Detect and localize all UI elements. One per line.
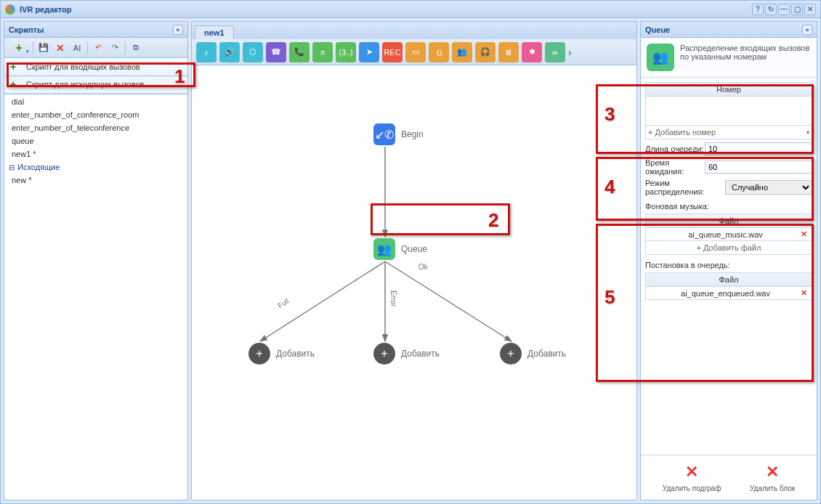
script-item[interactable]: new * <box>4 174 187 187</box>
plus-icon: + <box>10 78 22 90</box>
close-button[interactable]: ✕ <box>804 4 816 15</box>
tab-new1[interactable]: new1 <box>195 25 234 39</box>
editor-panel: new1 ♪🔊⬡☎📞≡(3..)➤REC▭⎙👥🎧🗎✹∞› ↙✆ Begin 👥 <box>191 21 637 500</box>
collapse-right-button[interactable]: » <box>802 25 812 35</box>
menu-outgoing-label: Скрипт для исходящих вызовов <box>26 80 144 89</box>
add-number-button[interactable]: +Добавить номер <box>645 126 812 139</box>
tab-bar: new1 <box>192 22 636 39</box>
add-script-menu: + Скрипт для входящих вызовов + Скрипт д… <box>4 57 188 94</box>
menu-incoming-label: Скрипт для входящих вызовов <box>26 62 140 71</box>
node-add-label: Добавить <box>401 349 440 359</box>
palette-block[interactable]: 🗎 <box>498 42 519 62</box>
delete-button[interactable]: ✕ <box>52 40 68 56</box>
node-begin-label: Begin <box>401 129 424 139</box>
collapse-left-button[interactable]: « <box>173 25 183 35</box>
scripts-title: Скрипты <box>9 25 44 34</box>
palette-block[interactable]: REC <box>382 42 403 62</box>
node-queue-label: Queue <box>401 244 427 254</box>
delete-icon: ✕ <box>766 463 779 481</box>
copy-button[interactable]: ⧉ <box>128 40 144 56</box>
node-begin[interactable]: ↙✆ Begin <box>373 123 424 145</box>
wait-input[interactable] <box>705 160 812 174</box>
enqueue-label: Постановка в очередь: <box>645 261 812 269</box>
maximize-button[interactable]: ▢ <box>791 4 803 15</box>
palette-block[interactable]: ∞ <box>545 42 565 62</box>
app-title: IVR редактор <box>20 5 72 14</box>
block-palette: ♪🔊⬡☎📞≡(3..)➤REC▭⎙👥🎧🗎✹∞› <box>192 39 636 65</box>
palette-block[interactable]: (3..) <box>336 42 356 62</box>
qlen-input[interactable] <box>705 142 812 155</box>
add-music-file-button[interactable]: +Добавить файл <box>645 241 812 255</box>
mode-select[interactable]: Случайно <box>725 180 812 195</box>
begin-icon: ↙✆ <box>373 123 395 145</box>
mode-label: Режим распределения: <box>645 179 725 196</box>
bgmusic-label: Фоновая музыка: <box>645 202 812 211</box>
node-add-3[interactable]: + Добавить <box>500 343 566 365</box>
music-file-row[interactable]: ai_queue_music.wav ✕ <box>645 228 812 241</box>
block-description: Распределение входящих вызовов по указан… <box>680 44 811 71</box>
palette-block[interactable]: 🎧 <box>475 42 496 62</box>
palette-block[interactable]: ⬡ <box>243 42 263 62</box>
node-add-1[interactable]: + Добавить <box>248 343 315 365</box>
palette-block[interactable]: ☎ <box>266 42 286 62</box>
plus-icon: + <box>248 343 270 365</box>
queue-icon: 👥 <box>373 238 395 260</box>
palette-block[interactable]: ⎙ <box>429 42 449 62</box>
plus-icon: + <box>373 343 395 365</box>
palette-block[interactable]: 👥 <box>452 42 472 62</box>
palette-scroll-right[interactable]: › <box>568 46 572 58</box>
file-header: Файл <box>645 214 812 228</box>
script-item[interactable]: queue <box>4 134 187 147</box>
node-add-label: Добавить <box>276 349 315 359</box>
scripts-toolbar: + 💾 ✕ AI ↶ ↷ ⧉ <box>4 38 187 58</box>
enqueue-file-name: ai_queue_enqueued.wav <box>650 289 801 298</box>
import-button[interactable]: ↶ <box>90 40 106 56</box>
script-item[interactable]: enter_number_of_conference_room <box>4 108 187 121</box>
palette-block[interactable]: ≡ <box>312 42 333 62</box>
file-header-2: Файл <box>645 272 812 287</box>
canvas[interactable]: ↙✆ Begin 👥 Queue + Добавить + Добавить + <box>192 65 636 500</box>
app-logo-icon <box>5 4 15 15</box>
edge-ok-label: Ok <box>418 263 428 271</box>
scripts-panel: Скрипты « + 💾 ✕ AI ↶ ↷ ⧉ + Скрипт для вх… <box>4 21 188 500</box>
save-button[interactable]: 💾 <box>36 40 52 56</box>
menu-outgoing-script[interactable]: + Скрипт для исходящих вызовов <box>4 76 187 94</box>
help-button[interactable]: ? <box>752 4 764 15</box>
script-item[interactable]: new1 * <box>4 147 187 160</box>
outgoing-header[interactable]: Исходящие <box>4 160 187 174</box>
node-add-2[interactable]: + Добавить <box>373 343 440 365</box>
node-queue[interactable]: 👥 Queue <box>373 238 427 260</box>
refresh-button[interactable]: ↻ <box>765 4 777 15</box>
scripts-tree: dialenter_number_of_conference_roomenter… <box>4 94 187 500</box>
rename-button[interactable]: AI <box>69 40 85 56</box>
delete-icon: ✕ <box>685 463 698 481</box>
menu-incoming-script[interactable]: + Скрипт для входящих вызовов <box>4 57 188 76</box>
script-item[interactable]: dial <box>4 95 187 108</box>
enqueue-file-row[interactable]: ai_queue_enqueued.wav ✕ <box>645 287 812 300</box>
svg-line-3 <box>385 261 511 341</box>
palette-block[interactable]: 📞 <box>289 42 310 62</box>
palette-block[interactable]: ▭ <box>405 42 426 62</box>
script-item[interactable]: enter_number_of_teleconference <box>4 121 187 134</box>
qlen-label: Длина очереди: <box>645 145 705 153</box>
add-script-button[interactable]: + <box>7 40 31 56</box>
palette-block[interactable]: ✹ <box>522 42 542 62</box>
minimize-button[interactable]: — <box>778 4 790 15</box>
properties-title: Queue <box>645 25 670 34</box>
titlebar: IVR редактор ? ↻ — ▢ ✕ <box>1 1 820 18</box>
plus-icon: + <box>10 61 22 73</box>
export-button[interactable]: ↷ <box>107 40 123 56</box>
edge-error-label: Error <box>389 290 397 306</box>
queue-block-icon: 👥 <box>647 44 674 71</box>
palette-block[interactable]: ➤ <box>359 42 379 62</box>
wait-label: Время ожидания: <box>645 158 705 176</box>
palette-block[interactable]: ♪ <box>196 42 217 62</box>
delete-subgraph-button[interactable]: ✕Удалить подграф <box>663 463 721 492</box>
number-list <box>645 97 812 126</box>
remove-enqueue-file-button[interactable]: ✕ <box>801 288 807 298</box>
delete-block-button[interactable]: ✕Удалить блок <box>750 463 795 492</box>
music-file-name: ai_queue_music.wav <box>650 230 801 239</box>
remove-music-file-button[interactable]: ✕ <box>801 229 807 239</box>
palette-block[interactable]: 🔊 <box>219 42 240 62</box>
number-header: Номер <box>645 82 812 97</box>
